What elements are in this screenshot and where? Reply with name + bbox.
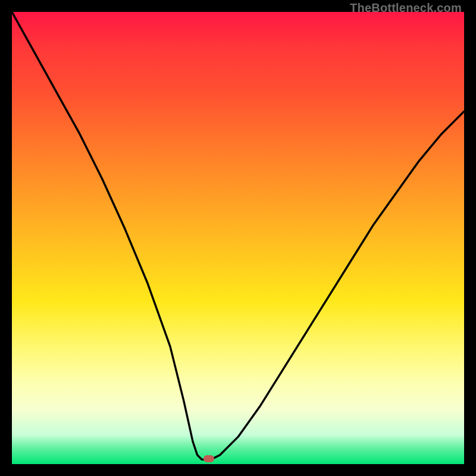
chart-frame: TheBottleneck.com bbox=[0, 0, 476, 476]
bottleneck-curve bbox=[12, 12, 464, 464]
plot-area bbox=[12, 12, 464, 464]
optimum-marker bbox=[203, 455, 214, 462]
